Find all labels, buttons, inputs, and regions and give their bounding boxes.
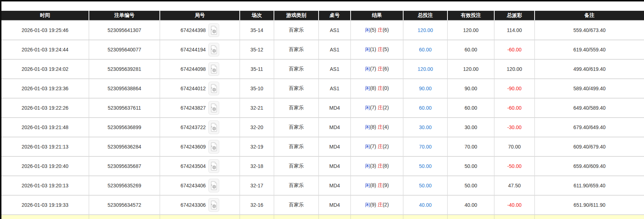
- result-player-score: (1): [370, 46, 376, 52]
- cell-remark-value: 559.40/673.40: [573, 27, 606, 33]
- cell-table-no-value: MD4: [329, 163, 340, 169]
- cell-table-no: MD4: [319, 156, 351, 176]
- cell-game-type: 百家乐: [274, 20, 319, 40]
- cell-game-type: 百家乐: [274, 195, 319, 215]
- cell-valid-bet: 90.00: [447, 79, 494, 98]
- video-replay-icon: [210, 200, 217, 210]
- cell-game-type: 百家乐: [274, 137, 319, 156]
- cell-total-payout-value: -60.00: [507, 105, 522, 111]
- cell-total-bet-value[interactable]: 70.00: [419, 144, 432, 150]
- summary-cell: [535, 215, 644, 219]
- result-banker-score: (2): [383, 202, 389, 207]
- cell-bet-id-value: 523095640077: [108, 47, 141, 53]
- cell-table-no: MD4: [319, 118, 351, 137]
- cell-bet-id: 523095640077: [89, 40, 160, 59]
- video-replay-icon: [210, 45, 217, 54]
- video-replay-button[interactable]: [208, 179, 219, 192]
- cell-total-bet: 60.00: [403, 98, 447, 118]
- cell-session-value: 35-14: [251, 27, 264, 33]
- cell-bet-id: 523095635687: [89, 156, 160, 176]
- cell-total-payout: 120.00: [494, 59, 535, 79]
- cell-valid-bet: 70.00: [447, 137, 494, 156]
- cell-table-no-value: AS1: [330, 27, 339, 33]
- round-number: 674244098: [180, 66, 206, 72]
- video-replay-icon: [210, 181, 217, 190]
- cell-session-value: 32-17: [251, 183, 264, 188]
- cell-total-bet: 30.00: [403, 118, 447, 137]
- result-player-label: 闲: [365, 143, 370, 149]
- cell-total-bet-value[interactable]: 60.00: [419, 47, 432, 53]
- result-banker-label: 庄: [376, 85, 383, 91]
- video-replay-button[interactable]: [208, 140, 219, 154]
- cell-total-payout-value: -30.00: [507, 124, 522, 130]
- video-replay-button[interactable]: [208, 198, 219, 212]
- cell-session-value: 32-19: [251, 144, 264, 150]
- video-replay-button[interactable]: [208, 101, 219, 115]
- result-player-label: 闲: [365, 85, 370, 91]
- cell-result: 闲(8) 庄(4): [351, 118, 403, 137]
- cell-valid-bet: 60.00: [447, 40, 494, 59]
- column-header-bet_id: 注单编号: [89, 11, 160, 20]
- cell-remark: 499.40/619.40: [535, 59, 644, 79]
- summary-cell: [447, 215, 494, 219]
- summary-row-partial: [1, 215, 644, 219]
- cell-session-value: 32-16: [251, 202, 264, 208]
- video-replay-button[interactable]: [208, 159, 219, 173]
- cell-total-payout-value: 47.50: [508, 183, 521, 188]
- bet-history-page: 时间注单编号局号场次游戏类别桌号结果总投注有效投注总派彩备注 2026-01-0…: [0, 0, 644, 219]
- cell-round: 674243609: [160, 137, 240, 156]
- video-replay-button[interactable]: [208, 43, 219, 56]
- cell-remark-value: 609.40/679.40: [573, 144, 606, 150]
- cell-total-bet-value[interactable]: 60.00: [419, 105, 432, 111]
- result-banker-score: (2): [383, 105, 389, 110]
- video-replay-button[interactable]: [208, 120, 219, 134]
- cell-total-bet-value[interactable]: 30.00: [419, 124, 432, 130]
- cell-total-bet-value[interactable]: 120.00: [418, 27, 433, 33]
- cell-valid-bet: 60.00: [447, 98, 494, 118]
- video-replay-icon: [210, 123, 217, 132]
- cell-bet-id-value: 523095641307: [108, 27, 141, 33]
- video-replay-button[interactable]: [208, 62, 219, 76]
- cell-remark: 659.40/609.40: [535, 156, 644, 176]
- result-player-score: (9): [370, 202, 376, 207]
- cell-valid-bet: 120.00: [447, 59, 494, 79]
- cell-table-no-value: AS1: [330, 47, 339, 53]
- video-replay-icon: [210, 26, 217, 35]
- result-player-label: 闲: [365, 182, 370, 188]
- cell-game-type: 百家乐: [274, 59, 319, 79]
- result-banker-label: 庄: [376, 163, 383, 169]
- table-row: 2026-01-03 19:20:40523095635687674243504…: [1, 156, 644, 176]
- cell-valid-bet-value: 50.00: [464, 163, 477, 169]
- summary-cell: [1, 215, 89, 219]
- cell-game-type-value: 百家乐: [289, 27, 304, 33]
- video-replay-button[interactable]: [208, 23, 219, 37]
- result-player-score: (5): [370, 27, 376, 33]
- cell-total-bet-value[interactable]: 40.00: [419, 202, 432, 208]
- cell-total-bet-value[interactable]: 50.00: [419, 163, 432, 169]
- result-player-score: (7): [370, 105, 376, 110]
- cell-total-payout: -60.00: [494, 98, 535, 118]
- cell-total-bet: 120.00: [403, 59, 447, 79]
- cell-time-value: 2026-01-03 19:23:36: [22, 86, 68, 91]
- cell-valid-bet-value: 120.00: [463, 66, 479, 72]
- cell-bet-id-value: 523095638864: [108, 86, 141, 91]
- cell-total-payout: -50.00: [494, 156, 535, 176]
- cell-table-no-value: MD4: [329, 144, 340, 150]
- cell-total-bet: 50.00: [403, 176, 447, 195]
- video-replay-button[interactable]: [208, 82, 219, 95]
- cell-game-type: 百家乐: [274, 98, 319, 118]
- cell-remark-value: 649.40/589.40: [573, 105, 606, 111]
- table-row: 2026-01-03 19:24:02523095639281674244098…: [1, 59, 644, 79]
- cell-total-bet-value[interactable]: 120.00: [418, 66, 433, 72]
- cell-total-bet-value[interactable]: 50.00: [419, 183, 432, 188]
- result-player-label: 闲: [365, 66, 370, 72]
- result-banker-label: 庄: [376, 27, 383, 33]
- cell-bet-id-value: 523095635269: [108, 183, 141, 188]
- table-header-row: 时间注单编号局号场次游戏类别桌号结果总投注有效投注总派彩备注: [1, 11, 644, 20]
- cell-total-bet-value[interactable]: 90.00: [419, 86, 432, 91]
- cell-bet-id-value: 523095636899: [108, 124, 141, 130]
- cell-valid-bet-value: 70.00: [464, 144, 477, 150]
- cell-session-value: 32-20: [251, 124, 264, 130]
- cell-valid-bet-value: 60.00: [464, 105, 477, 111]
- cell-game-type: 百家乐: [274, 118, 319, 137]
